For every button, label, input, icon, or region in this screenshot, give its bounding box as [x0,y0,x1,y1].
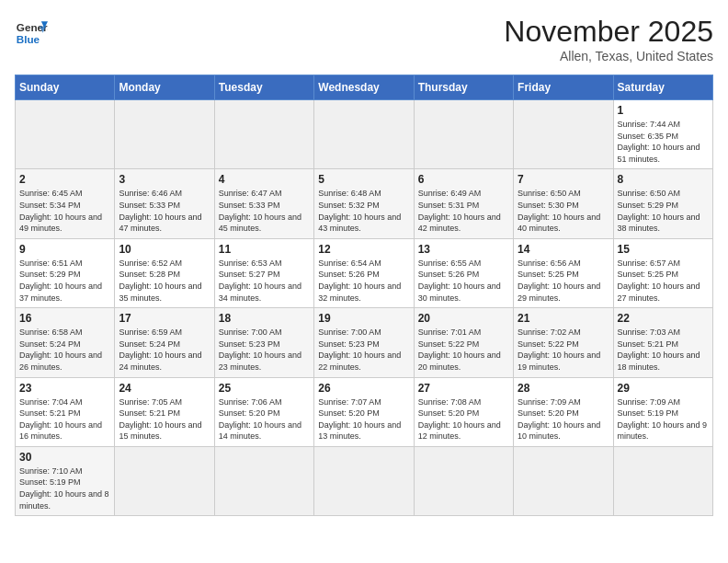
day-number: 30 [19,451,110,464]
calendar-cell: 28Sunrise: 7:09 AMSunset: 5:20 PMDayligh… [514,377,613,446]
calendar-cell: 22Sunrise: 7:03 AMSunset: 5:21 PMDayligh… [613,308,712,377]
day-number: 2 [19,173,110,186]
calendar-cell: 16Sunrise: 6:58 AMSunset: 5:24 PMDayligh… [16,308,115,377]
calendar-cell: 9Sunrise: 6:51 AMSunset: 5:29 PMDaylight… [16,238,115,307]
day-info: Sunrise: 7:00 AMSunset: 5:23 PMDaylight:… [219,327,310,373]
day-info: Sunrise: 7:02 AMSunset: 5:22 PMDaylight:… [518,327,609,373]
logo-icon: General Blue [15,15,48,48]
day-number: 16 [19,312,110,325]
weekday-header-tuesday: Tuesday [214,75,313,100]
calendar-cell: 7Sunrise: 6:50 AMSunset: 5:30 PMDaylight… [514,169,613,238]
day-info: Sunrise: 7:44 AMSunset: 6:35 PMDaylight:… [618,119,709,165]
calendar-cell: 4Sunrise: 6:47 AMSunset: 5:33 PMDaylight… [214,169,313,238]
header: General Blue November 2025 Allen, Texas,… [15,15,713,63]
day-number: 13 [418,243,509,256]
day-number: 23 [19,382,110,395]
calendar-cell [16,100,115,169]
day-info: Sunrise: 6:50 AMSunset: 5:30 PMDaylight:… [518,188,609,234]
day-info: Sunrise: 6:45 AMSunset: 5:34 PMDaylight:… [19,188,110,234]
location-title: Allen, Texas, United States [504,49,713,63]
calendar-cell: 11Sunrise: 6:53 AMSunset: 5:27 PMDayligh… [214,238,313,307]
calendar-week-row: 2Sunrise: 6:45 AMSunset: 5:34 PMDaylight… [16,169,713,238]
calendar-cell: 15Sunrise: 6:57 AMSunset: 5:25 PMDayligh… [613,238,712,307]
weekday-header-row: SundayMondayTuesdayWednesdayThursdayFrid… [16,75,713,100]
day-number: 22 [618,312,709,325]
day-info: Sunrise: 6:52 AMSunset: 5:28 PMDaylight:… [119,258,210,304]
calendar-cell [314,446,414,515]
day-info: Sunrise: 6:53 AMSunset: 5:27 PMDaylight:… [219,258,310,304]
day-info: Sunrise: 6:54 AMSunset: 5:26 PMDaylight:… [318,258,409,304]
day-number: 10 [119,243,210,256]
calendar-week-row: 9Sunrise: 6:51 AMSunset: 5:29 PMDaylight… [16,238,713,307]
day-number: 14 [518,243,609,256]
calendar-cell [115,100,214,169]
day-number: 21 [518,312,609,325]
calendar-cell: 3Sunrise: 6:46 AMSunset: 5:33 PMDaylight… [115,169,214,238]
day-info: Sunrise: 6:58 AMSunset: 5:24 PMDaylight:… [19,327,110,373]
day-info: Sunrise: 7:00 AMSunset: 5:23 PMDaylight:… [318,327,409,373]
day-info: Sunrise: 6:57 AMSunset: 5:25 PMDaylight:… [618,258,709,304]
weekday-header-sunday: Sunday [16,75,115,100]
day-info: Sunrise: 7:09 AMSunset: 5:19 PMDaylight:… [618,396,709,442]
calendar-cell [514,100,613,169]
calendar-cell: 5Sunrise: 6:48 AMSunset: 5:32 PMDaylight… [314,169,414,238]
calendar-cell: 12Sunrise: 6:54 AMSunset: 5:26 PMDayligh… [314,238,414,307]
calendar-cell [314,100,414,169]
day-info: Sunrise: 6:55 AMSunset: 5:26 PMDaylight:… [418,258,509,304]
calendar-cell: 8Sunrise: 6:50 AMSunset: 5:29 PMDaylight… [613,169,712,238]
day-info: Sunrise: 6:50 AMSunset: 5:29 PMDaylight:… [618,188,709,234]
day-number: 15 [618,243,709,256]
calendar-cell: 26Sunrise: 7:07 AMSunset: 5:20 PMDayligh… [314,377,414,446]
day-info: Sunrise: 6:48 AMSunset: 5:32 PMDaylight:… [318,188,409,234]
svg-text:Blue: Blue [17,33,40,45]
day-number: 6 [418,173,509,186]
calendar-cell [414,100,513,169]
day-number: 19 [318,312,409,325]
day-number: 20 [418,312,509,325]
logo: General Blue [15,15,48,48]
calendar-cell [214,446,313,515]
calendar-week-row: 16Sunrise: 6:58 AMSunset: 5:24 PMDayligh… [16,308,713,377]
month-title: November 2025 [504,15,713,49]
day-number: 11 [219,243,310,256]
day-number: 5 [318,173,409,186]
calendar-cell: 20Sunrise: 7:01 AMSunset: 5:22 PMDayligh… [414,308,513,377]
calendar-cell: 23Sunrise: 7:04 AMSunset: 5:21 PMDayligh… [16,377,115,446]
day-info: Sunrise: 7:05 AMSunset: 5:21 PMDaylight:… [119,396,210,442]
calendar-cell: 27Sunrise: 7:08 AMSunset: 5:20 PMDayligh… [414,377,513,446]
weekday-header-saturday: Saturday [613,75,712,100]
day-number: 24 [119,382,210,395]
calendar-cell: 14Sunrise: 6:56 AMSunset: 5:25 PMDayligh… [514,238,613,307]
day-number: 7 [518,173,609,186]
calendar-cell: 30Sunrise: 7:10 AMSunset: 5:19 PMDayligh… [16,446,115,515]
calendar-cell [514,446,613,515]
day-info: Sunrise: 7:07 AMSunset: 5:20 PMDaylight:… [318,396,409,442]
day-number: 28 [518,382,609,395]
day-info: Sunrise: 6:56 AMSunset: 5:25 PMDaylight:… [518,258,609,304]
calendar-week-row: 1Sunrise: 7:44 AMSunset: 6:35 PMDaylight… [16,100,713,169]
calendar-cell [613,446,712,515]
day-number: 1 [618,104,709,117]
day-number: 3 [119,173,210,186]
day-info: Sunrise: 6:51 AMSunset: 5:29 PMDaylight:… [19,258,110,304]
calendar-cell: 18Sunrise: 7:00 AMSunset: 5:23 PMDayligh… [214,308,313,377]
calendar-cell: 21Sunrise: 7:02 AMSunset: 5:22 PMDayligh… [514,308,613,377]
calendar-cell: 19Sunrise: 7:00 AMSunset: 5:23 PMDayligh… [314,308,414,377]
calendar-cell: 29Sunrise: 7:09 AMSunset: 5:19 PMDayligh… [613,377,712,446]
day-number: 27 [418,382,509,395]
day-info: Sunrise: 7:09 AMSunset: 5:20 PMDaylight:… [518,396,609,442]
calendar-week-row: 30Sunrise: 7:10 AMSunset: 5:19 PMDayligh… [16,446,713,515]
day-number: 18 [219,312,310,325]
calendar-cell: 6Sunrise: 6:49 AMSunset: 5:31 PMDaylight… [414,169,513,238]
calendar-cell: 25Sunrise: 7:06 AMSunset: 5:20 PMDayligh… [214,377,313,446]
calendar-table: SundayMondayTuesdayWednesdayThursdayFrid… [15,75,713,516]
day-info: Sunrise: 7:03 AMSunset: 5:21 PMDaylight:… [618,327,709,373]
day-info: Sunrise: 7:01 AMSunset: 5:22 PMDaylight:… [418,327,509,373]
calendar-cell [414,446,513,515]
day-number: 25 [219,382,310,395]
day-info: Sunrise: 6:47 AMSunset: 5:33 PMDaylight:… [219,188,310,234]
calendar-cell [115,446,214,515]
day-number: 26 [318,382,409,395]
calendar-week-row: 23Sunrise: 7:04 AMSunset: 5:21 PMDayligh… [16,377,713,446]
calendar-cell [214,100,313,169]
